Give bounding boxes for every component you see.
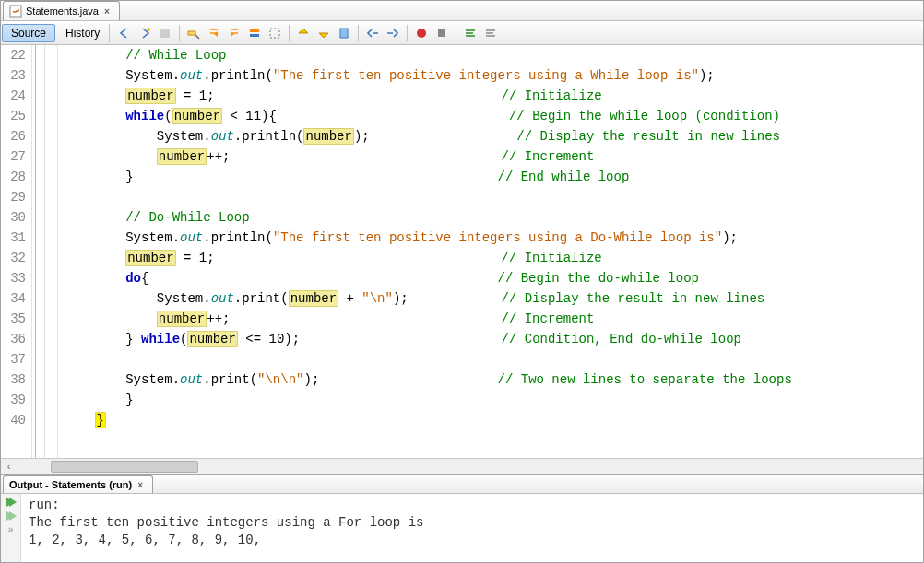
toggle-bookmark-icon[interactable] (335, 24, 353, 42)
file-tab[interactable]: Statements.java × (3, 1, 120, 20)
code-line[interactable]: number = 1; // Initialize (64, 248, 923, 268)
line-number: 39 (1, 390, 26, 410)
line-number: 24 (1, 86, 26, 106)
svg-rect-3 (188, 31, 195, 35)
code-line[interactable]: } // End while loop (64, 167, 923, 187)
output-gutter: » (1, 494, 21, 562)
find-selection-icon[interactable] (184, 24, 203, 42)
source-tab[interactable]: Source (2, 24, 55, 42)
line-number: 35 (1, 309, 26, 329)
toolbar-icons (110, 24, 500, 42)
line-number: 34 (1, 288, 26, 309)
code-area[interactable]: // While Loop System.out.println("The fi… (58, 45, 923, 458)
line-number: 28 (1, 167, 26, 187)
line-number: 32 (1, 248, 26, 268)
code-editor[interactable]: 22232425262728293031323334353637383940 /… (1, 45, 923, 458)
code-line[interactable] (64, 349, 923, 369)
svg-point-1 (147, 28, 150, 31)
code-line[interactable]: while(number < 11){ // Begin the while l… (64, 106, 923, 126)
code-line[interactable]: do{ // Begin the do-while loop (64, 268, 923, 288)
start-macro-icon[interactable] (412, 24, 431, 42)
diff-icon[interactable] (156, 24, 174, 42)
code-line[interactable]: } (64, 410, 923, 430)
line-number: 23 (1, 65, 26, 86)
line-number: 27 (1, 147, 26, 167)
file-tab-label: Statements.java (26, 6, 99, 17)
find-next-icon[interactable] (225, 24, 243, 42)
highlight-icon[interactable] (245, 24, 264, 42)
close-icon[interactable]: × (136, 480, 145, 489)
separator (407, 25, 408, 41)
separator (289, 25, 290, 41)
nav-forward-icon[interactable] (136, 24, 154, 42)
shift-left-icon[interactable] (363, 24, 382, 42)
nav-back-icon[interactable] (115, 24, 134, 42)
code-line[interactable]: number = 1; // Initialize (64, 86, 923, 106)
separator (179, 25, 180, 41)
svg-rect-6 (270, 29, 279, 38)
line-number: 36 (1, 329, 26, 349)
line-number: 37 (1, 349, 26, 369)
code-line[interactable] (64, 187, 923, 207)
file-tab-strip: Statements.java × (1, 1, 923, 21)
code-line[interactable]: System.out.println("The first ten positi… (64, 65, 923, 86)
run-again-icon[interactable] (5, 510, 18, 522)
code-line[interactable]: number++; // Increment (64, 147, 923, 167)
code-line[interactable]: // While Loop (64, 45, 923, 65)
java-file-icon (9, 5, 22, 18)
code-line[interactable]: } while(number <= 10); // Condition, End… (64, 329, 923, 349)
code-line[interactable]: System.out.print("\n\n"); // Two new lin… (64, 369, 923, 390)
line-number: 33 (1, 268, 26, 288)
run-icon[interactable] (5, 497, 18, 508)
line-number: 26 (1, 126, 26, 147)
line-number: 29 (1, 187, 26, 207)
line-number: 30 (1, 207, 26, 228)
stop-macro-icon[interactable] (432, 24, 451, 42)
line-number: 38 (1, 369, 26, 390)
uncomment-icon[interactable] (481, 24, 500, 42)
next-bookmark-icon[interactable] (314, 24, 333, 42)
ide-window: Statements.java × Source History (0, 0, 924, 563)
line-number: 40 (1, 410, 26, 430)
find-prev-icon[interactable] (205, 24, 223, 42)
code-line[interactable]: System.out.println("The first ten positi… (64, 228, 923, 248)
chevrons-icon[interactable]: » (8, 524, 14, 534)
separator (456, 25, 456, 41)
line-number-gutter: 22232425262728293031323334353637383940 (1, 45, 32, 458)
line-number: 25 (1, 106, 26, 126)
output-panel: » run: The first ten positive integers u… (1, 494, 923, 562)
code-line[interactable]: number++; // Increment (64, 309, 923, 329)
output-text[interactable]: run: The first ten positive integers usi… (21, 494, 923, 562)
code-line[interactable]: // Do-While Loop (64, 207, 923, 228)
svg-rect-9 (438, 29, 445, 37)
code-line[interactable]: System.out.print(number + "\n"); // Disp… (64, 288, 923, 309)
history-tab[interactable]: History (56, 24, 110, 42)
output-tab[interactable]: Output - Statements (run) × (3, 475, 153, 493)
code-line[interactable]: } (64, 390, 923, 410)
prev-bookmark-icon[interactable] (294, 24, 313, 42)
horizontal-scrollbar[interactable]: ‹ (1, 458, 923, 474)
marker-gutter (32, 45, 45, 458)
svg-rect-4 (250, 29, 259, 32)
svg-rect-7 (340, 29, 348, 38)
comment-icon[interactable] (461, 24, 480, 42)
output-tab-label: Output - Statements (run) (9, 479, 132, 490)
line-number: 22 (1, 45, 26, 65)
scroll-left-icon[interactable]: ‹ (1, 459, 17, 475)
code-line[interactable]: System.out.println(number); // Display t… (64, 126, 923, 147)
svg-rect-5 (250, 34, 259, 37)
svg-rect-0 (10, 6, 21, 17)
output-tab-strip: Output - Statements (run) × (1, 474, 923, 494)
close-icon[interactable]: × (102, 6, 112, 16)
line-number: 31 (1, 228, 26, 248)
editor-toolbar: Source History (1, 21, 923, 45)
svg-point-8 (417, 29, 426, 38)
separator (358, 25, 359, 41)
scrollbar-thumb[interactable] (51, 461, 198, 473)
selection-mode-icon[interactable] (266, 24, 284, 42)
shift-right-icon[interactable] (384, 24, 402, 42)
svg-rect-2 (160, 29, 170, 38)
fold-gutter (45, 45, 58, 458)
